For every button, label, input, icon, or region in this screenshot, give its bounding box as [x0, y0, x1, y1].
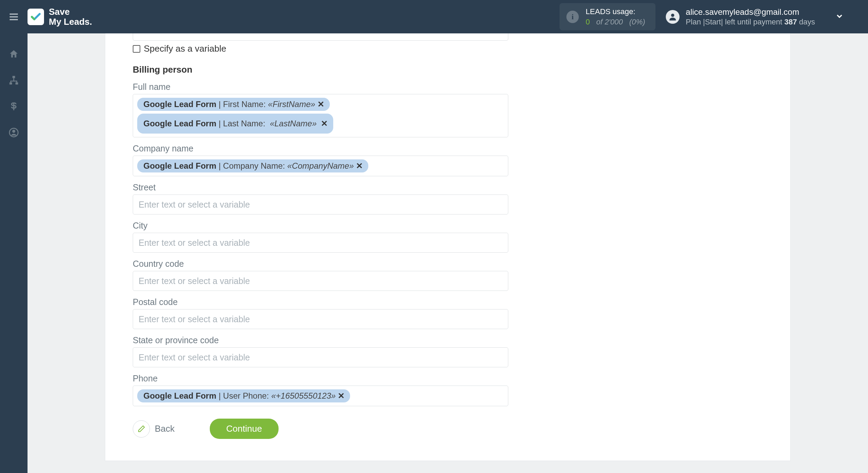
- city-placeholder: Enter text or select a variable: [139, 238, 250, 248]
- brand-name: Save My Leads.: [49, 7, 92, 27]
- sidebar-item-connections[interactable]: [7, 73, 21, 87]
- svg-point-3: [671, 13, 674, 17]
- tag-source: Google Lead Form: [143, 99, 216, 109]
- tag-label: User Phone:: [223, 391, 269, 401]
- billing-person-heading: Billing person: [133, 64, 508, 75]
- brand-line2: My Leads.: [49, 17, 92, 27]
- account-dropdown-toggle[interactable]: [835, 12, 844, 22]
- menu-toggle-button[interactable]: [0, 11, 28, 22]
- city-field[interactable]: Enter text or select a variable: [133, 233, 508, 253]
- phone-label: Phone: [133, 374, 508, 383]
- brand-line1: Save: [49, 7, 92, 17]
- postal-code-label: Postal code: [133, 297, 508, 307]
- leads-usage-percent: (0%): [629, 18, 645, 26]
- tag-remove-button[interactable]: ✕: [321, 119, 328, 128]
- street-field[interactable]: Enter text or select a variable: [133, 195, 508, 214]
- field-box-prev[interactable]: [133, 33, 508, 41]
- state-code-label: State or province code: [133, 335, 508, 345]
- svg-rect-4: [12, 76, 15, 78]
- specify-variable-label: Specify as a variable: [144, 43, 226, 54]
- tag-label: First Name:: [223, 99, 266, 109]
- company-name-label: Company name: [133, 144, 508, 154]
- street-placeholder: Enter text or select a variable: [139, 200, 250, 210]
- back-button-label: Back: [155, 423, 175, 434]
- tag-value: «LastName»: [270, 119, 317, 128]
- sidebar-item-home[interactable]: [7, 47, 21, 61]
- sidebar-item-account[interactable]: [7, 126, 21, 139]
- state-code-field[interactable]: Enter text or select a variable: [133, 347, 508, 367]
- sidebar-item-billing[interactable]: [7, 99, 21, 113]
- dollar-icon: [9, 101, 19, 112]
- tag-source: Google Lead Form: [143, 391, 216, 401]
- tag-value: «CompanyName»: [287, 161, 354, 171]
- tag-label: Company Name:: [223, 161, 285, 171]
- plan-days: 387: [784, 18, 797, 26]
- avatar-icon: [666, 10, 680, 24]
- pencil-icon-circle: [133, 420, 150, 438]
- country-code-label: Country code: [133, 259, 508, 269]
- chevron-down-icon: [835, 12, 844, 21]
- leads-usage-widget[interactable]: i LEADS usage: 0 of 2'000 (0%): [560, 3, 655, 30]
- tag-last-name[interactable]: Google Lead Form | Last Name: «LastName»…: [137, 114, 333, 134]
- form-buttons: Back Continue: [133, 419, 508, 439]
- postal-code-placeholder: Enter text or select a variable: [139, 314, 250, 324]
- city-label: City: [133, 221, 508, 231]
- svg-rect-5: [10, 82, 12, 84]
- hamburger-icon: [8, 11, 19, 22]
- app-header: Save My Leads. i LEADS usage: 0 of 2'000…: [0, 0, 868, 33]
- company-name-field[interactable]: Google Lead Form | Company Name: «Compan…: [133, 156, 508, 176]
- plan-days-suffix: days: [797, 18, 815, 26]
- info-icon: i: [566, 11, 579, 23]
- phone-field[interactable]: Google Lead Form | User Phone: «+1650555…: [133, 386, 508, 406]
- account-email: alice.savemyleads@gmail.com: [686, 7, 815, 17]
- form-card: Specify as a variable Billing person Ful…: [105, 33, 791, 461]
- tag-first-name[interactable]: Google Lead Form | First Name: «FirstNam…: [137, 98, 330, 111]
- tag-company-name[interactable]: Google Lead Form | Company Name: «Compan…: [137, 159, 368, 172]
- pencil-icon: [137, 425, 145, 433]
- full-name-field[interactable]: Google Lead Form | First Name: «FirstNam…: [133, 94, 508, 137]
- leads-usage-count: 0: [586, 18, 590, 26]
- brand-logo[interactable]: Save My Leads.: [28, 7, 92, 27]
- full-name-label: Full name: [133, 82, 508, 92]
- tag-source: Google Lead Form: [143, 161, 216, 171]
- state-code-placeholder: Enter text or select a variable: [139, 353, 250, 362]
- continue-button[interactable]: Continue: [210, 419, 279, 439]
- tag-remove-button[interactable]: ✕: [356, 161, 363, 171]
- postal-code-field[interactable]: Enter text or select a variable: [133, 309, 508, 329]
- account-menu[interactable]: alice.savemyleads@gmail.com Plan |Start|…: [666, 7, 854, 27]
- account-plan: Plan |Start| left until payment 387 days: [686, 18, 815, 27]
- tag-source: Google Lead Form: [143, 119, 216, 128]
- checkbox-icon: [133, 45, 140, 53]
- sitemap-icon: [9, 75, 19, 85]
- tag-remove-button[interactable]: ✕: [338, 391, 345, 401]
- leads-usage-total: of 2'000: [596, 18, 623, 26]
- tag-value: «FirstName»: [268, 99, 315, 109]
- svg-rect-6: [15, 82, 18, 84]
- logo-icon: [28, 9, 44, 25]
- country-code-placeholder: Enter text or select a variable: [139, 276, 250, 286]
- home-icon: [9, 49, 19, 59]
- specify-variable-checkbox[interactable]: Specify as a variable: [133, 43, 508, 54]
- tag-value: «+16505550123»: [271, 391, 336, 401]
- user-icon: [9, 127, 19, 138]
- leads-usage-label: LEADS usage:: [586, 7, 645, 17]
- tag-phone[interactable]: Google Lead Form | User Phone: «+1650555…: [137, 389, 350, 402]
- tag-label: Last Name:: [223, 119, 265, 128]
- sidebar: [0, 33, 28, 473]
- main-content: Specify as a variable Billing person Ful…: [28, 33, 868, 473]
- svg-point-8: [12, 130, 15, 133]
- plan-prefix: Plan |Start| left until payment: [686, 18, 784, 26]
- street-label: Street: [133, 182, 508, 192]
- leads-usage-text: LEADS usage: 0 of 2'000 (0%): [586, 7, 645, 27]
- back-button[interactable]: Back: [133, 420, 175, 438]
- country-code-field[interactable]: Enter text or select a variable: [133, 271, 508, 291]
- tag-remove-button[interactable]: ✕: [317, 99, 324, 109]
